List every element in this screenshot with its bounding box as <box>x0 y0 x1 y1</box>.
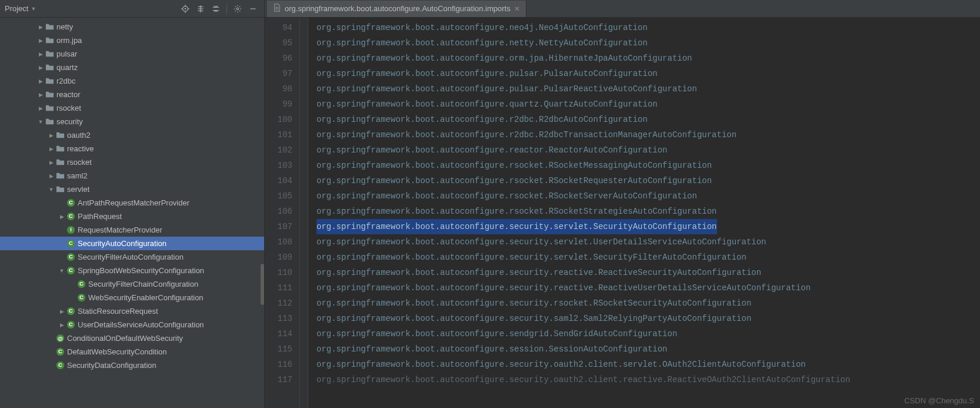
code-line[interactable]: org.springframework.boot.autoconfigure.p… <box>316 81 980 97</box>
expand-arrow-icon[interactable] <box>58 321 66 329</box>
expand-arrow-icon[interactable] <box>36 64 45 72</box>
code-line[interactable]: org.springframework.boot.autoconfigure.r… <box>316 204 980 219</box>
expand-arrow-icon[interactable] <box>58 213 66 221</box>
expand-arrow-icon[interactable] <box>36 77 45 85</box>
expand-arrow-icon[interactable] <box>36 118 45 126</box>
code-line[interactable]: org.springframework.boot.autoconfigure.s… <box>316 357 980 372</box>
line-number: 99 <box>265 97 292 112</box>
code-line[interactable]: org.springframework.boot.autoconfigure.n… <box>316 20 980 35</box>
tree-item-label: SecurityAutoConfiguration <box>78 239 166 248</box>
folder-icon <box>45 63 54 72</box>
tree-item[interactable]: CSpringBootWebSecurityConfiguration <box>0 264 264 277</box>
expand-arrow-icon[interactable] <box>36 23 45 31</box>
svg-text:C: C <box>69 240 73 246</box>
code-line[interactable]: org.springframework.boot.autoconfigure.s… <box>316 265 980 280</box>
code-area[interactable]: org.springframework.boot.autoconfigure.n… <box>308 18 980 408</box>
tree-item[interactable]: saml2 <box>0 169 264 183</box>
code-line[interactable]: org.springframework.boot.autoconfigure.r… <box>316 173 980 188</box>
tab-autoconfiguration-imports[interactable]: org.springframework.boot.autoconfigure.A… <box>267 1 526 17</box>
project-tree[interactable]: nettyorm.jpapulsarquartzr2dbcreactorrsoc… <box>0 18 264 408</box>
expand-arrow-icon[interactable] <box>58 267 66 275</box>
expand-arrow-icon[interactable] <box>47 145 55 153</box>
tree-item[interactable]: CAntPathRequestMatcherProvider <box>0 196 264 210</box>
tree-item[interactable]: netty <box>0 20 264 34</box>
code-line[interactable]: org.springframework.boot.autoconfigure.r… <box>316 142 980 158</box>
code-line[interactable]: org.springframework.boot.autoconfigure.q… <box>316 97 980 112</box>
tree-item[interactable]: reactor <box>0 88 264 101</box>
tree-item[interactable]: CStaticResourceRequest <box>0 304 264 318</box>
code-line[interactable]: org.springframework.boot.autoconfigure.s… <box>316 280 980 296</box>
tree-item[interactable]: orm.jpa <box>0 34 264 47</box>
line-number: 98 <box>265 81 292 97</box>
code-line[interactable]: org.springframework.boot.autoconfigure.s… <box>316 372 980 387</box>
folder-icon <box>45 77 54 86</box>
code-line[interactable]: org.springframework.boot.autoconfigure.n… <box>316 35 980 51</box>
tree-item[interactable]: CSecurityDataConfiguration <box>0 359 264 372</box>
editor-body[interactable]: 9495969798991001011021031041051061071081… <box>265 18 980 408</box>
tree-item[interactable]: CDefaultWebSecurityCondition <box>0 345 264 359</box>
svg-point-12 <box>236 8 239 10</box>
tree-item[interactable]: reactive <box>0 142 264 155</box>
code-line[interactable]: org.springframework.boot.autoconfigure.s… <box>316 296 980 311</box>
tree-item[interactable]: oauth2 <box>0 128 264 142</box>
tree-item[interactable]: IRequestMatcherProvider <box>0 223 264 237</box>
tree-item[interactable]: r2dbc <box>0 74 264 88</box>
scrollbar-thumb[interactable] <box>261 264 264 305</box>
line-number: 115 <box>265 341 292 357</box>
expand-arrow-icon[interactable] <box>47 158 55 167</box>
expand-arrow-icon[interactable] <box>47 185 55 194</box>
tree-item-label: saml2 <box>67 171 88 180</box>
expand-arrow-icon[interactable] <box>36 50 45 58</box>
folder-icon <box>55 185 65 194</box>
expand-arrow-icon[interactable] <box>36 37 45 45</box>
tree-item[interactable]: rsocket <box>0 155 264 169</box>
code-line[interactable]: org.springframework.boot.autoconfigure.s… <box>316 219 717 234</box>
project-tool-title[interactable]: Project ▼ <box>5 4 176 13</box>
tree-item[interactable]: CSecurityFilterAutoConfiguration <box>0 250 264 264</box>
chevron-down-icon: ▼ <box>31 6 36 12</box>
expand-arrow-icon[interactable] <box>58 307 66 316</box>
tree-item[interactable]: CPathRequest <box>0 210 264 223</box>
fold-gutter[interactable] <box>300 18 308 408</box>
tree-item[interactable]: servlet <box>0 183 264 196</box>
tree-item[interactable]: CSecurityFilterChainConfiguration <box>0 277 264 291</box>
tree-item[interactable]: CUserDetailsServiceAutoConfiguration <box>0 318 264 331</box>
code-line[interactable]: org.springframework.boot.autoconfigure.s… <box>316 326 980 341</box>
code-line[interactable]: org.springframework.boot.autoconfigure.r… <box>316 188 980 204</box>
editor-tabbar: org.springframework.boot.autoconfigure.A… <box>265 0 980 18</box>
tree-item[interactable]: @ConditionalOnDefaultWebSecurity <box>0 331 264 345</box>
code-line[interactable]: org.springframework.boot.autoconfigure.p… <box>316 66 980 81</box>
code-line[interactable]: org.springframework.boot.autoconfigure.r… <box>316 112 980 127</box>
line-number: 113 <box>265 311 292 326</box>
code-line[interactable]: org.springframework.boot.autoconfigure.s… <box>316 250 980 265</box>
hide-icon[interactable] <box>246 2 259 15</box>
expand-arrow-icon[interactable] <box>47 131 55 140</box>
code-line[interactable]: org.springframework.boot.autoconfigure.s… <box>316 341 980 357</box>
code-line[interactable]: org.springframework.boot.autoconfigure.o… <box>316 51 980 66</box>
code-line[interactable]: org.springframework.boot.autoconfigure.s… <box>316 234 980 250</box>
tree-item[interactable]: rsocket <box>0 101 264 115</box>
tree-item-label: rsocket <box>56 104 81 112</box>
code-line[interactable]: org.springframework.boot.autoconfigure.r… <box>316 127 980 142</box>
class-icon: C <box>66 198 75 208</box>
expand-arrow-icon[interactable] <box>36 91 45 99</box>
tree-item[interactable]: CWebSecurityEnablerConfiguration <box>0 291 264 304</box>
expand-all-icon[interactable] <box>194 2 207 15</box>
collapse-all-icon[interactable] <box>209 2 222 15</box>
expand-arrow-icon[interactable] <box>47 172 55 180</box>
gear-icon[interactable] <box>231 2 244 15</box>
tree-item[interactable]: quartz <box>0 61 264 74</box>
tree-item[interactable]: security <box>0 115 264 128</box>
expand-arrow-icon[interactable] <box>36 104 45 112</box>
tree-item[interactable]: pulsar <box>0 47 264 61</box>
tree-item-label: PathRequest <box>78 212 122 221</box>
tab-label: org.springframework.boot.autoconfigure.A… <box>285 4 511 13</box>
code-line[interactable]: org.springframework.boot.autoconfigure.s… <box>316 311 980 326</box>
line-number: 100 <box>265 112 292 127</box>
code-line[interactable]: org.springframework.boot.autoconfigure.r… <box>316 158 980 173</box>
class-icon: C <box>66 253 75 262</box>
locate-icon[interactable] <box>179 2 192 15</box>
close-icon[interactable]: ✕ <box>514 5 520 13</box>
line-number: 95 <box>265 35 292 51</box>
tree-item[interactable]: CSecurityAutoConfiguration <box>0 237 264 250</box>
